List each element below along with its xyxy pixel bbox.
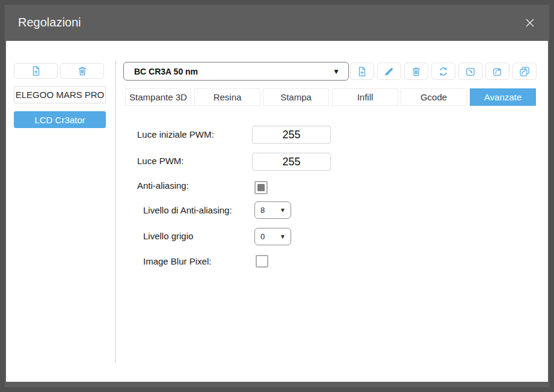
luce-pwm-input[interactable]: [252, 153, 331, 171]
label-image-blur-pixel: Image Blur Pixel:: [143, 256, 211, 268]
export-preset-button[interactable]: [485, 63, 509, 80]
printer-profile-lcd-cr3ator[interactable]: LCD Cr3ator: [14, 111, 106, 128]
gray-level-value: 0: [260, 232, 280, 241]
add-profile-button[interactable]: [14, 63, 58, 79]
tab-label: Stampante 3D: [129, 92, 187, 102]
file-plus-icon: [356, 66, 368, 78]
tab-resina[interactable]: Resina: [194, 88, 260, 106]
import-preset-button[interactable]: [458, 63, 482, 80]
anti-aliasing-level-value: 8: [260, 206, 280, 215]
printer-profile-label: LCD Cr3ator: [34, 115, 85, 125]
chevron-down-icon: ▼: [333, 67, 340, 76]
luce-iniziale-pwm-input[interactable]: [252, 126, 331, 144]
tab-gcode[interactable]: Gcode: [401, 88, 467, 106]
label-livello-anti-aliasing: Livello di Anti-aliasing:: [143, 204, 232, 216]
import-icon: [464, 66, 476, 78]
tab-label: Gcode: [420, 92, 447, 102]
close-icon: [522, 15, 538, 31]
tab-label: Stampa: [280, 92, 312, 102]
tab-label: Infill: [357, 92, 374, 102]
refresh-preset-button[interactable]: [431, 63, 455, 80]
dialog-content: ELEGOO MARS PRO LCD Cr3ator BC CR3A 50 n…: [6, 41, 548, 382]
export-icon: [491, 66, 503, 78]
anti-aliasing-level-dropdown[interactable]: 8 ▼: [254, 201, 291, 219]
label-livello-grigio: Livello grigio: [143, 230, 193, 242]
trash-icon: [76, 65, 88, 77]
delete-preset-button[interactable]: [404, 63, 428, 80]
label-anti-aliasing: Anti-aliasing:: [137, 180, 189, 192]
close-button[interactable]: [520, 13, 540, 32]
edit-preset-button[interactable]: [377, 63, 401, 80]
settings-dialog: Regolazioni ELEGOO MARS PRO: [0, 0, 554, 392]
tab-label: Resina: [214, 92, 242, 102]
resin-preset-value: BC CR3A 50 nm: [134, 67, 333, 76]
pencil-icon: [383, 66, 395, 78]
anti-aliasing-checkbox[interactable]: [254, 181, 268, 194]
file-plus-icon: [30, 65, 42, 77]
add-preset-button[interactable]: [350, 63, 374, 80]
export-all-icon: [519, 66, 531, 78]
tab-infill[interactable]: Infill: [332, 88, 398, 106]
delete-profile-button[interactable]: [60, 63, 104, 79]
printer-profile-elegoo-mars-pro[interactable]: ELEGOO MARS PRO: [14, 86, 106, 103]
tab-avanzate[interactable]: Avanzate: [470, 88, 536, 106]
export-all-presets-button[interactable]: [512, 63, 537, 80]
refresh-icon: [437, 66, 449, 78]
dialog-title: Regolazioni: [18, 5, 81, 40]
printer-profile-label: ELEGOO MARS PRO: [16, 90, 105, 100]
tab-stampa[interactable]: Stampa: [263, 88, 329, 106]
image-blur-pixel-checkbox[interactable]: [256, 255, 268, 268]
tab-label: Avanzate: [484, 92, 522, 102]
gray-level-dropdown[interactable]: 0 ▼: [254, 228, 291, 245]
checkbox-fill-icon: [257, 184, 265, 191]
titlebar: Regolazioni: [5, 5, 549, 41]
label-luce-pwm: Luce PWM:: [137, 155, 184, 167]
trash-icon: [410, 66, 422, 78]
chevron-down-icon: ▼: [280, 233, 286, 240]
vertical-divider: [115, 61, 116, 363]
label-luce-iniziale-pwm: Luce iniziale PWM:: [137, 129, 214, 141]
resin-preset-select[interactable]: BC CR3A 50 nm ▼: [123, 62, 349, 81]
tab-stampante-3d[interactable]: Stampante 3D: [125, 88, 191, 106]
chevron-down-icon: ▼: [280, 207, 286, 213]
